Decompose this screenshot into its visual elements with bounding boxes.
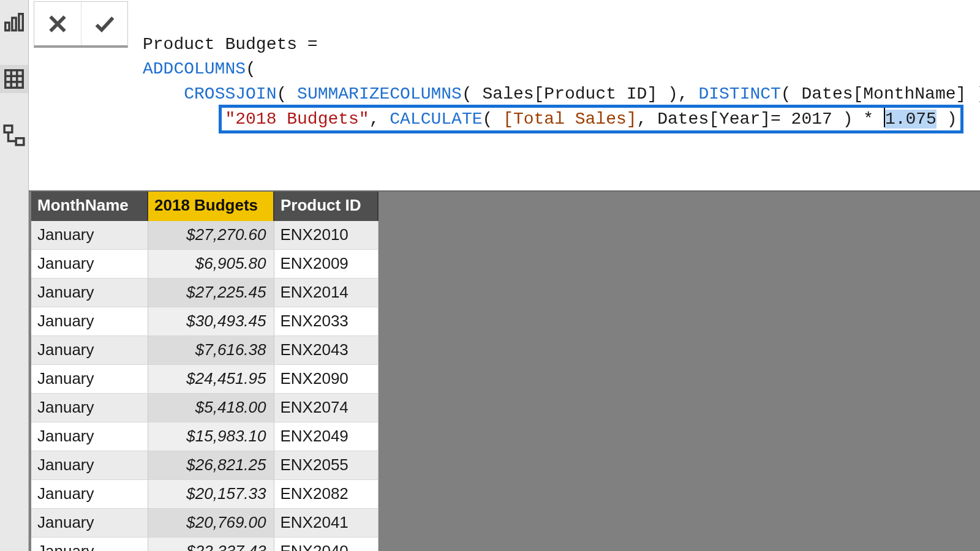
table-row[interactable]: January$20,157.33ENX2082 <box>31 480 378 509</box>
cell[interactable]: January <box>31 279 148 307</box>
fn-addcolumns: ADDCOLUMNS <box>143 59 246 78</box>
formula-bar: Product Budgets = ADDCOLUMNS( CROSSJOIN(… <box>29 0 980 192</box>
cell[interactable]: $20,769.00 <box>148 509 274 538</box>
table-row[interactable]: January$15,983.10ENX2049 <box>31 422 378 451</box>
col-product-id: Sales[Product ID] <box>483 84 658 103</box>
cell[interactable]: $6,905.80 <box>148 250 274 279</box>
data-grid[interactable]: MonthName2018 BudgetsProduct ID January$… <box>31 192 379 551</box>
cell[interactable]: ENX2009 <box>274 250 378 279</box>
cell[interactable]: ENX2033 <box>274 307 378 336</box>
cell[interactable]: $20,157.33 <box>148 480 274 509</box>
cell[interactable]: ENX2074 <box>274 394 378 422</box>
table-row[interactable]: January$7,616.38ENX2043 <box>31 336 378 365</box>
cell[interactable]: ENX2043 <box>274 336 378 365</box>
cell[interactable]: January <box>31 451 148 480</box>
table-row[interactable]: January$30,493.45ENX2033 <box>31 307 378 336</box>
fn-distinct: DISTINCT <box>698 84 780 103</box>
fn-crossjoin: CROSSJOIN <box>184 84 276 103</box>
formula-editor[interactable]: Product Budgets = ADDCOLUMNS( CROSSJOIN(… <box>128 0 980 190</box>
cell[interactable]: January <box>31 250 148 279</box>
multiplier-literal: 1.075 <box>885 110 937 129</box>
svg-rect-3 <box>6 70 23 88</box>
cell[interactable]: January <box>31 336 148 365</box>
cell[interactable]: $5,418.00 <box>148 394 274 422</box>
cell[interactable]: January <box>31 307 148 336</box>
table-row[interactable]: January$22,337.43ENX2040 <box>31 538 378 551</box>
commit-formula-button[interactable] <box>81 2 127 45</box>
table-row[interactable]: January$5,418.00ENX2074 <box>31 394 378 422</box>
cell[interactable]: $27,270.60 <box>148 221 274 250</box>
model-view-button[interactable] <box>0 121 28 149</box>
col-monthname: Dates[MonthName] <box>801 84 966 103</box>
cell[interactable]: January <box>31 480 148 509</box>
svg-rect-9 <box>16 138 24 145</box>
table-row[interactable]: January$6,905.80ENX2009 <box>31 250 378 279</box>
table-row[interactable]: January$20,769.00ENX2041 <box>31 509 378 538</box>
measure-total-sales: [Total Sales] <box>503 110 636 129</box>
cell[interactable]: $15,983.10 <box>148 422 274 451</box>
cell[interactable]: ENX2049 <box>274 422 378 451</box>
cell[interactable]: January <box>31 394 148 422</box>
cell[interactable]: January <box>31 538 148 551</box>
cell[interactable]: ENX2082 <box>274 480 378 509</box>
cell[interactable]: ENX2040 <box>274 538 378 551</box>
data-grid-area: MonthName2018 BudgetsProduct ID January$… <box>29 192 980 551</box>
filter-year: Dates[Year]= 2017 <box>657 110 832 129</box>
cell[interactable]: $22,337.43 <box>148 538 274 551</box>
cell[interactable]: ENX2090 <box>274 365 378 394</box>
cancel-formula-button[interactable] <box>34 2 81 45</box>
newcol-name: "2018 Budgets" <box>225 110 369 129</box>
bar-chart-icon <box>2 11 26 34</box>
table-row[interactable]: January$26,821.25ENX2055 <box>31 451 378 480</box>
report-view-button[interactable] <box>0 9 28 37</box>
relationship-icon <box>2 124 26 147</box>
cell[interactable]: ENX2055 <box>274 451 378 480</box>
close-icon <box>45 12 70 36</box>
table-row[interactable]: January$24,451.95ENX2090 <box>31 365 378 394</box>
formula-table-name: Product Budgets <box>143 35 297 54</box>
cell[interactable]: January <box>31 509 148 538</box>
cell[interactable]: $30,493.45 <box>148 307 274 336</box>
cell[interactable]: ENX2010 <box>274 221 378 250</box>
check-icon <box>92 12 117 36</box>
column-header[interactable]: Product ID <box>274 192 378 221</box>
fn-calculate: CALCULATE <box>390 110 482 129</box>
cell[interactable]: ENX2041 <box>274 509 378 538</box>
column-header[interactable]: MonthName <box>31 192 148 221</box>
cell[interactable]: $27,225.45 <box>148 279 274 307</box>
cell[interactable]: ENX2014 <box>274 279 378 307</box>
cell[interactable]: $24,451.95 <box>148 365 274 394</box>
cell[interactable]: January <box>31 422 148 451</box>
nav-rail <box>0 0 29 551</box>
grid-header-row: MonthName2018 BudgetsProduct ID <box>31 192 378 221</box>
table-row[interactable]: January$27,225.45ENX2014 <box>31 279 378 307</box>
column-header[interactable]: 2018 Budgets <box>148 192 274 221</box>
svg-rect-2 <box>19 14 23 31</box>
table-row[interactable]: January$27,270.60ENX2010 <box>31 221 378 250</box>
cell[interactable]: $7,616.38 <box>148 336 274 365</box>
main-pane: Product Budgets = ADDCOLUMNS( CROSSJOIN(… <box>29 0 980 551</box>
formula-actions <box>34 1 128 48</box>
svg-rect-0 <box>6 23 9 31</box>
svg-rect-1 <box>12 18 16 31</box>
fn-summarizecolumns: SUMMARIZECOLUMNS <box>297 84 462 103</box>
cell[interactable]: January <box>31 221 148 250</box>
cell[interactable]: January <box>31 365 148 394</box>
svg-rect-8 <box>4 126 12 132</box>
data-view-button[interactable] <box>0 65 28 93</box>
cell[interactable]: $26,821.25 <box>148 451 274 480</box>
table-grid-icon <box>2 67 26 91</box>
